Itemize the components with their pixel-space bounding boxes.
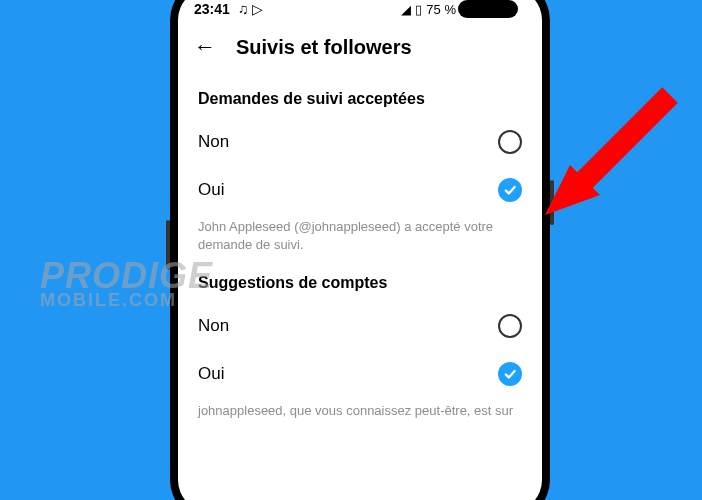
status-time: 23:41 — [194, 1, 230, 17]
battery-percent: 75 % — [426, 2, 456, 17]
svg-line-1 — [570, 95, 670, 195]
option-row-follow-yes[interactable]: Oui — [198, 166, 522, 214]
phone-power-button — [550, 180, 554, 225]
radio-selected-icon[interactable] — [498, 362, 522, 386]
option-label: Oui — [198, 364, 224, 384]
battery-icon: ▯ — [415, 2, 422, 17]
section-title-account-suggestions: Suggestions de comptes — [198, 274, 522, 292]
option-label: Oui — [198, 180, 224, 200]
annotation-arrow — [540, 75, 690, 229]
page-header: ← Suivis et followers — [178, 24, 542, 74]
music-icon: ♫ — [238, 1, 249, 17]
radio-unselected-icon[interactable] — [498, 130, 522, 154]
signal-icon: ◢ — [401, 2, 411, 17]
radio-selected-icon[interactable] — [498, 178, 522, 202]
radio-unselected-icon[interactable] — [498, 314, 522, 338]
status-icons-right: ◢ ▯ 75 % — [401, 2, 456, 17]
option-row-suggestions-no[interactable]: Non — [198, 302, 522, 350]
back-arrow-icon[interactable]: ← — [194, 34, 216, 60]
page-title: Suivis et followers — [236, 36, 412, 59]
phone-screen: 23:41 ♫ ▷ ◢ ▯ 75 % ← Suivis et followers… — [178, 0, 542, 500]
option-label: Non — [198, 316, 229, 336]
settings-content: Demandes de suivi acceptées Non Oui John… — [178, 90, 542, 421]
option-row-follow-no[interactable]: Non — [198, 118, 522, 166]
status-icons-left: ♫ ▷ — [238, 1, 264, 17]
phone-frame: 23:41 ♫ ▷ ◢ ▯ 75 % ← Suivis et followers… — [170, 0, 550, 500]
play-icon: ▷ — [252, 1, 263, 17]
option-row-suggestions-yes[interactable]: Oui — [198, 350, 522, 398]
section-description: John Appleseed (@johnappleseed) a accept… — [198, 218, 522, 254]
section-title-follow-requests: Demandes de suivi acceptées — [198, 90, 522, 108]
camera-cutout — [458, 0, 518, 18]
section-description: johnappleseed, que vous connaissez peut-… — [198, 402, 522, 420]
option-label: Non — [198, 132, 229, 152]
